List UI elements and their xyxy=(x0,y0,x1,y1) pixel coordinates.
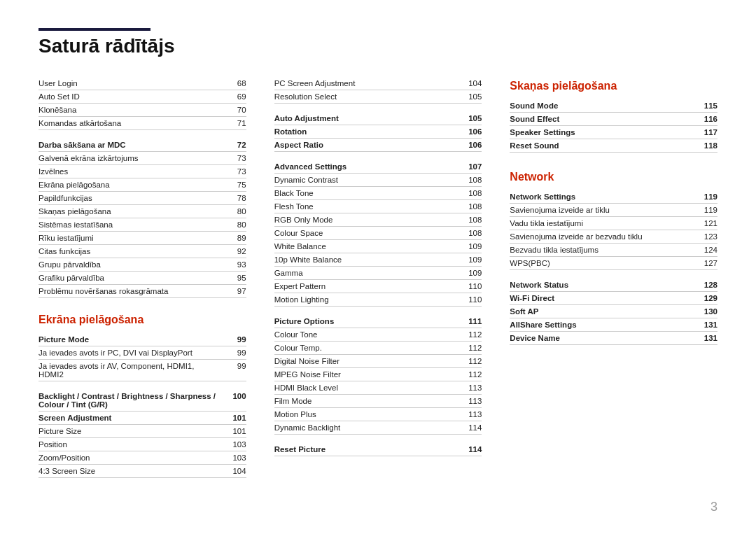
toc-page: 108 xyxy=(462,202,482,211)
toc-label: Picture Size xyxy=(38,427,227,435)
toc-item: Wi-Fi Direct129 xyxy=(510,292,718,305)
toc-label: Papildfunkcijas xyxy=(38,194,227,202)
toc-item: Device Name131 xyxy=(510,332,718,345)
toc-label: Expert Pattern xyxy=(274,282,463,290)
toc-page: 113 xyxy=(462,410,482,419)
toc-page: 103 xyxy=(227,454,246,462)
toc-item: Sound Effect116 xyxy=(510,113,718,126)
toc-page: 108 xyxy=(462,189,482,197)
toc-page: 105 xyxy=(462,114,482,122)
toc-page: 73 xyxy=(227,167,246,176)
toc-item: Zoom/Position103 xyxy=(38,451,246,465)
toc-label: Advanced Settings xyxy=(274,162,463,171)
toc-label: Picture Options xyxy=(274,317,463,325)
toc-page: 119 xyxy=(698,206,718,214)
toc-page: 99 xyxy=(227,349,246,357)
toc-label: MPEG Noise Filter xyxy=(274,370,463,379)
toc-item: User Login68 xyxy=(38,77,246,90)
toc-label: Motion Plus xyxy=(274,410,463,419)
toc-label: Grafiku pārvaldība xyxy=(38,274,227,282)
toc-page: 129 xyxy=(698,294,718,302)
toc-label: Rotation xyxy=(274,127,463,136)
toc-item: Advanced Settings107 xyxy=(274,160,482,174)
toc-page: 128 xyxy=(698,281,718,289)
toc-page: 114 xyxy=(462,423,482,432)
toc-page: 130 xyxy=(698,307,718,316)
toc-label: Network Settings xyxy=(510,192,698,201)
toc-page: 116 xyxy=(698,115,718,123)
page-number: 3 xyxy=(710,500,718,514)
toc-label: Flesh Tone xyxy=(274,202,463,211)
toc-item: Galvenā ekrāna izkārtojums73 xyxy=(38,152,246,165)
toc-item: Colour Space108 xyxy=(274,227,482,240)
toc-label: Auto Set ID xyxy=(38,92,227,101)
toc-page: 123 xyxy=(698,232,718,241)
toc-page: 71 xyxy=(227,119,246,127)
toc-page: 110 xyxy=(462,282,482,290)
toc-label: Speaker Settings xyxy=(510,128,698,136)
toc-label: Darba sākšana ar MDC xyxy=(38,141,227,149)
center-top-section: PC Screen Adjustment104Resolution Select… xyxy=(274,77,482,104)
toc-item: Komandas atkārtošana71 xyxy=(38,117,246,130)
toc-page: 97 xyxy=(227,287,246,295)
toc-item: RGB Only Mode108 xyxy=(274,213,482,227)
toc-item: Bezvadu tikla iestatījums124 xyxy=(510,244,718,257)
toc-page: 114 xyxy=(462,445,482,454)
toc-page: 99 xyxy=(227,335,246,344)
toc-label: Ja ievades avots ir PC, DVI vai DisplayP… xyxy=(38,349,227,357)
toc-label: Grupu pārvaldība xyxy=(38,260,227,269)
toc-item: Expert Pattern110 xyxy=(274,280,482,293)
section-heading-sound: Skaņas pielāgošana xyxy=(510,80,718,92)
toc-label: Savienojuma izveide ar bezvadu tiklu xyxy=(510,232,698,241)
toc-item: Klonēšana70 xyxy=(38,104,246,117)
toc-item: Savienojuma izveide ar tiklu119 xyxy=(510,204,718,217)
toc-label: Citas funkcijas xyxy=(38,247,227,255)
title-bar xyxy=(38,28,150,31)
toc-item: 10p White Balance109 xyxy=(274,253,482,267)
toc-page: 89 xyxy=(227,234,246,242)
toc-page: 104 xyxy=(227,467,246,475)
col-center: PC Screen Adjustment104Resolution Select… xyxy=(274,77,482,478)
toc-item: Black Tone108 xyxy=(274,187,482,200)
toc-page: 111 xyxy=(462,317,482,325)
toc-label: Sistēmas iestatīšana xyxy=(38,220,227,229)
toc-page: 106 xyxy=(462,141,482,149)
toc-item: 4:3 Screen Size104 xyxy=(38,465,246,478)
toc-item: Problēmu novēršanas rokasgrāmata97 xyxy=(38,285,246,298)
toc-item: Grafiku pārvaldība95 xyxy=(38,272,246,285)
toc-item: Rotation106 xyxy=(274,125,482,139)
toc-page: 69 xyxy=(227,92,246,101)
toc-item: Motion Lighting110 xyxy=(274,293,482,307)
toc-label: Galvenā ekrāna izkārtojums xyxy=(38,154,227,162)
toc-page: 73 xyxy=(227,154,246,162)
toc-item: White Balance109 xyxy=(274,240,482,253)
toc-page: 72 xyxy=(227,141,246,149)
toc-item: Digital Noise Filter112 xyxy=(274,355,482,368)
toc-page: 109 xyxy=(462,255,482,264)
toc-page: 117 xyxy=(698,128,718,136)
toc-page: 131 xyxy=(698,334,718,342)
center-picture-section: Picture Options111Colour Tone112Colour T… xyxy=(274,315,482,435)
toc-label: Komandas atkārtošana xyxy=(38,119,227,127)
toc-item: Savienojuma izveide ar bezvadu tiklu123 xyxy=(510,230,718,244)
toc-page: 107 xyxy=(462,162,482,171)
toc-item: Sound Mode115 xyxy=(510,99,718,113)
toc-page: 124 xyxy=(698,246,718,254)
toc-page: 131 xyxy=(698,321,718,329)
section-heading-screen: Ekrāna pielāgošana xyxy=(38,314,246,326)
toc-item: Speaker Settings117 xyxy=(510,126,718,139)
toc-label: Wi-Fi Direct xyxy=(510,294,698,302)
toc-page: 109 xyxy=(462,242,482,251)
toc-page: 92 xyxy=(227,247,246,255)
toc-item: Rīku iestatījumi89 xyxy=(38,232,246,245)
toc-item: Network Status128 xyxy=(510,279,718,292)
toc-label: Ekrāna pielāgošana xyxy=(38,181,227,189)
toc-label: Digital Noise Filter xyxy=(274,357,463,365)
toc-label: Izvēlnes xyxy=(38,167,227,176)
toc-item: Backlight / Contrast / Brightness / Shar… xyxy=(38,390,246,412)
toc-label: Vadu tikla iestatījumi xyxy=(510,219,698,227)
center-mid-section: Auto Adjustment105Rotation106Aspect Rati… xyxy=(274,112,482,152)
right-network2-section: Network Status128Wi-Fi Direct129Soft AP1… xyxy=(510,279,718,345)
toc-item: WPS(PBC)127 xyxy=(510,257,718,270)
right-sound-section: Sound Mode115Sound Effect116Speaker Sett… xyxy=(510,99,718,153)
